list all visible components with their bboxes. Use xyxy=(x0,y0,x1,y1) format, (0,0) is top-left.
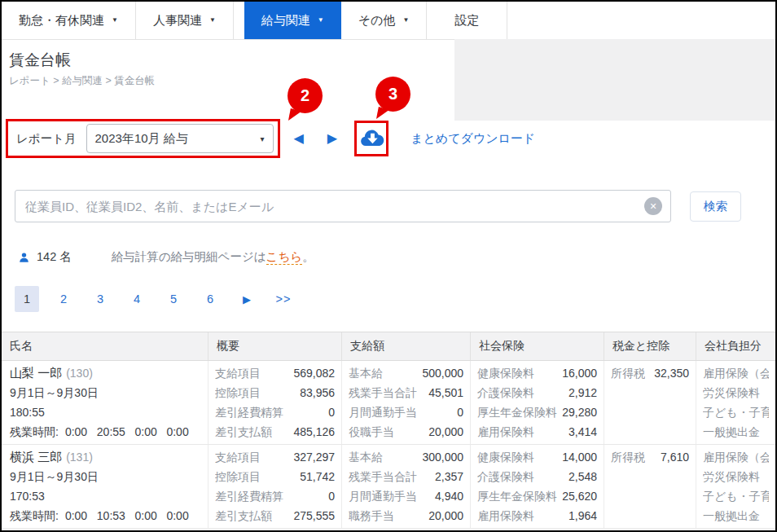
item-value: 32,350 xyxy=(654,363,689,383)
nav-item-settings[interactable]: 設定 xyxy=(427,2,507,39)
company-item-label: 労災保険料 xyxy=(703,467,769,486)
column-header-name: 氏名 xyxy=(2,332,209,360)
item-label: 雇用保険料 xyxy=(477,506,534,525)
app-window: 勤怠・有休関連 ▼ 人事関連 ▼ 給与関連 ▼ その他 ▼ 設定 2 3 賃金台… xyxy=(0,0,777,532)
page-button-4[interactable]: 4 xyxy=(125,286,149,312)
search-button[interactable]: 検索 xyxy=(690,191,741,222)
annotation-badge-2: 2 xyxy=(288,78,323,113)
pay-period: 9月1日～9月30日 xyxy=(10,467,201,486)
page-button-1[interactable]: 1 xyxy=(15,286,39,312)
report-month-select[interactable]: 2023年10月 給与 ▾ xyxy=(86,124,274,153)
employee-id: (131) xyxy=(66,451,93,464)
item-value: 4,940 xyxy=(435,486,463,506)
item-value: 500,000 xyxy=(422,363,463,383)
item-label: 所得税 xyxy=(611,447,645,467)
item-label: 基本給 xyxy=(349,447,383,467)
item-value: 20,000 xyxy=(428,422,463,442)
column-header-social-insurance: 社会保険 xyxy=(471,332,604,360)
item-value: 275,555 xyxy=(293,506,335,525)
kochira-link[interactable]: こちら xyxy=(266,250,303,265)
item-label: 基本給 xyxy=(349,363,383,383)
item-label: 厚生年金保険料 xyxy=(477,402,557,422)
nav-item-other[interactable]: その他 ▼ xyxy=(341,2,428,39)
item-label: 雇用保険料 xyxy=(477,422,534,442)
note-suffix: 。 xyxy=(302,250,314,263)
employee-id: (130) xyxy=(66,367,93,380)
item-value: 14,000 xyxy=(562,447,597,467)
item-label: 控除項目 xyxy=(215,383,261,402)
annotation-box-report-month: レポート月 2023年10月 給与 ▾ xyxy=(6,119,280,158)
company-item-label: 雇用保険（会 xyxy=(703,363,769,383)
insurance-cell: 健康保険料14,000 介護保険料2,548 厚生年金保険料25,620 雇用保… xyxy=(471,445,604,528)
item-label: 差引経費精算 xyxy=(215,402,283,422)
search-input[interactable] xyxy=(15,190,671,222)
item-value: 1,964 xyxy=(568,506,597,525)
page-button-6[interactable]: 6 xyxy=(198,286,222,312)
chevron-down-icon: ▼ xyxy=(402,17,409,24)
name-cell: 山梨 一郎(130) 9月1日～9月30日 180:55 残業時間:0:00 2… xyxy=(2,361,209,444)
batch-download-link[interactable]: まとめてダウンロード xyxy=(410,131,535,147)
annotation-badge-number: 3 xyxy=(388,85,397,103)
total-hours: 180:55 xyxy=(10,402,201,422)
item-value: 0 xyxy=(457,402,463,422)
item-label: 役職手当 xyxy=(349,422,394,442)
item-value: 569,082 xyxy=(293,363,335,383)
nav-item-label: 給与関連 xyxy=(261,13,310,29)
name-cell: 横浜 三郎(131) 9月1日～9月30日 170:53 残業時間:0:00 1… xyxy=(2,445,209,528)
item-value: 29,280 xyxy=(562,402,597,422)
company-item-label: 子ども・子育 xyxy=(703,402,769,422)
page-background-region xyxy=(454,39,775,121)
page-button-2[interactable]: 2 xyxy=(51,286,76,312)
item-label: 支給項目 xyxy=(215,447,261,467)
nav-item-label: 設定 xyxy=(454,13,479,29)
last-page-icon[interactable]: >> xyxy=(271,286,296,312)
x-glyph: ✕ xyxy=(649,201,656,212)
clear-search-icon[interactable]: ✕ xyxy=(644,197,662,215)
next-month-button[interactable]: ▶ xyxy=(327,132,337,145)
report-month-label: レポート月 xyxy=(16,131,77,147)
payroll-note: 給与計算の給与明細ページはこちら。 xyxy=(112,249,314,265)
page-button-5[interactable]: 5 xyxy=(161,286,186,312)
page-button-3[interactable]: 3 xyxy=(88,286,112,312)
overtime-values: 0:00 10:53 0:00 0:00 xyxy=(65,509,189,522)
item-value: 2,548 xyxy=(568,467,597,486)
company-item-label: 一般拠出金 xyxy=(703,506,769,525)
item-value: 16,000 xyxy=(562,363,597,383)
main-content: 賃金台帳 レポート > 給与関連 > 賃金台帳 レポート月 2023年10月 給… xyxy=(2,51,775,529)
item-value: 3,414 xyxy=(568,422,597,442)
table-row: 横浜 三郎(131) 9月1日～9月30日 170:53 残業時間:0:00 1… xyxy=(2,445,775,529)
item-label: 所得税 xyxy=(611,363,645,383)
item-label: 支給項目 xyxy=(215,363,261,383)
item-label: 健康保険料 xyxy=(477,363,534,383)
column-header-tax-deduction: 税金と控除 xyxy=(604,332,696,360)
annotation-badge-3: 3 xyxy=(375,77,410,112)
item-value: 0 xyxy=(328,486,335,506)
person-icon xyxy=(19,252,29,263)
wage-ledger-table: 氏名 概要 支給額 社会保険 税金と控除 会社負担分 山梨 一郎(130) 9月… xyxy=(2,332,775,529)
payment-cell: 基本給300,000 残業手当合計2,357 月間通勤手当4,940 職務手当2… xyxy=(342,445,471,528)
employee-name: 横浜 三郎 xyxy=(10,450,62,464)
employee-count: 142 名 xyxy=(37,249,72,265)
employee-name: 山梨 一郎 xyxy=(10,366,62,380)
nav-item-label: 勤怠・有休関連 xyxy=(19,13,104,29)
pay-period: 9月1日～9月30日 xyxy=(10,383,201,402)
item-label: 介護保険料 xyxy=(477,467,534,486)
report-toolbar: レポート月 2023年10月 給与 ▾ ◀ ▶ まとめてダウンロード xyxy=(2,119,775,158)
table-header-row: 氏名 概要 支給額 社会保険 税金と控除 会社負担分 xyxy=(2,332,775,361)
item-label: 控除項目 xyxy=(215,467,261,486)
nav-item-payroll[interactable]: 給与関連 ▼ xyxy=(244,2,341,39)
prev-month-button[interactable]: ◀ xyxy=(294,132,304,145)
nav-item-attendance-leave[interactable]: 勤怠・有休関連 ▼ xyxy=(2,2,136,39)
column-header-payment: 支給額 xyxy=(342,332,471,360)
nav-item-hr[interactable]: 人事関連 ▼ xyxy=(136,2,234,39)
company-item-label: 一般拠出金 xyxy=(703,422,769,442)
cloud-download-icon[interactable] xyxy=(359,129,384,148)
company-share-cell: 雇用保険（会 労災保険料 子ども・子育 一般拠出金 xyxy=(696,361,775,444)
next-page-icon[interactable]: ▶ xyxy=(235,286,259,312)
chevron-down-icon: ▼ xyxy=(318,17,324,24)
item-label: 健康保険料 xyxy=(477,447,534,467)
item-value: 0 xyxy=(328,402,335,422)
item-label: 職務手当 xyxy=(349,506,394,525)
chevron-down-icon: ▼ xyxy=(209,17,216,24)
tax-cell: 所得税32,350 xyxy=(604,361,696,444)
